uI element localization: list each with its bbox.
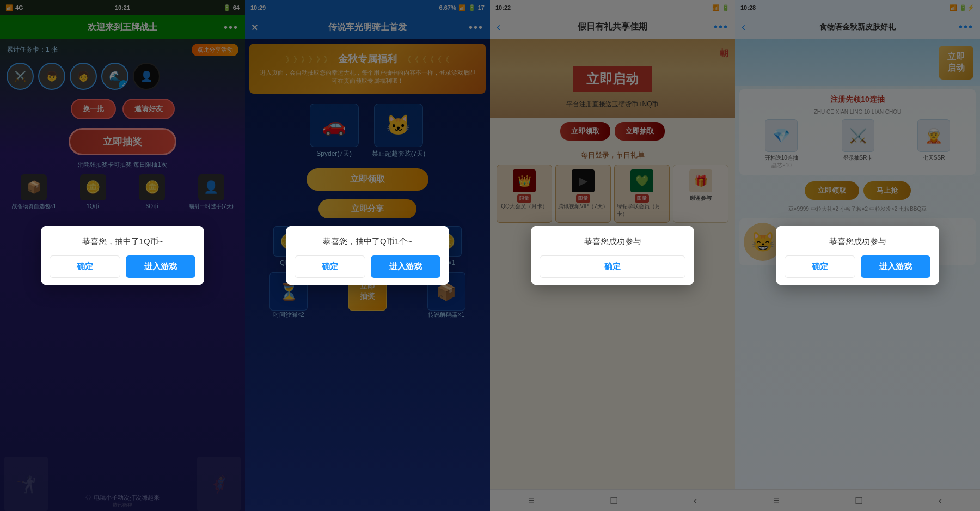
dialog-buttons-1: 确定 进入游戏 <box>50 256 195 278</box>
dialog-msg-3: 恭喜您成功参与 <box>540 236 685 247</box>
panel-3: 10:22 📶 🔋 ‹ 假日有礼共享佳期 ••• 朝 立即启动 平台注册直接送玉… <box>490 0 735 511</box>
dialog-msg-1: 恭喜您，抽中了1Q币~ <box>50 236 195 247</box>
dialog-confirm-4[interactable]: 确定 <box>785 256 855 278</box>
dialog-confirm-1[interactable]: 确定 <box>50 256 120 278</box>
dialog-enter-game-1[interactable]: 进入游戏 <box>126 256 195 278</box>
panel-1: 📶 4G 10:21 🔋 64 欢迎来到王牌战士 ••• 累计任务卡：1 张 点… <box>0 0 245 511</box>
panel-2: 10:29 6.67% 📶 🔋 17 × 传说车光明骑士首发 ••• 》》》》》… <box>245 0 490 511</box>
dialog-confirm-2[interactable]: 确定 <box>295 256 365 278</box>
dialog-confirm-3[interactable]: 确定 <box>540 256 685 278</box>
dialog-box-3: 恭喜您成功参与 确定 <box>531 226 694 285</box>
panel-4: 10:28 📶 🔋⚡ ‹ 食物语金秋新皮肤好礼 ••• 立即启动 注册先领10连… <box>735 0 980 511</box>
dialog-box-4: 恭喜您成功参与 确定 进入游戏 <box>776 226 939 285</box>
dialog-box-2: 恭喜您，抽中了Q币1个~ 确定 进入游戏 <box>286 226 449 285</box>
dialog-buttons-2: 确定 进入游戏 <box>295 256 440 278</box>
dialog-enter-game-2[interactable]: 进入游戏 <box>371 256 440 278</box>
dialog-enter-game-4[interactable]: 进入游戏 <box>861 256 930 278</box>
dialog-box-1: 恭喜您，抽中了1Q币~ 确定 进入游戏 <box>41 226 204 285</box>
dialog-overlay-3: 恭喜您成功参与 确定 <box>490 0 735 511</box>
dialog-buttons-3: 确定 <box>540 256 685 278</box>
dialog-msg-4: 恭喜您成功参与 <box>785 236 930 247</box>
dialog-overlay-1: 恭喜您，抽中了1Q币~ 确定 进入游戏 <box>0 0 245 511</box>
dialog-overlay-4: 恭喜您成功参与 确定 进入游戏 <box>735 0 980 511</box>
dialog-buttons-4: 确定 进入游戏 <box>785 256 930 278</box>
dialog-msg-2: 恭喜您，抽中了Q币1个~ <box>295 236 440 247</box>
dialog-overlay-2: 恭喜您，抽中了Q币1个~ 确定 进入游戏 <box>245 0 490 511</box>
